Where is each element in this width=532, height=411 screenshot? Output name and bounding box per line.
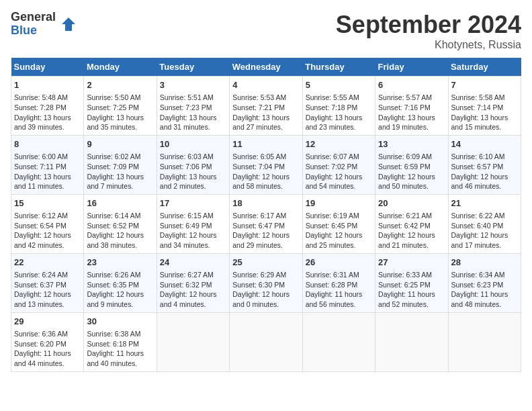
sunset-text: Sunset: 6:37 PM: [14, 281, 66, 289]
day-number: 30: [87, 316, 153, 328]
day-number: 8: [14, 138, 81, 150]
sunrise-text: Sunrise: 6:02 AM: [87, 152, 140, 161]
day-number: 7: [451, 79, 518, 91]
day-number: 25: [232, 257, 299, 269]
calendar-cell: 29Sunrise: 6:36 AMSunset: 6:20 PMDayligh…: [11, 312, 84, 371]
sunset-text: Sunset: 7:11 PM: [14, 163, 66, 171]
sunrise-text: Sunrise: 5:48 AM: [14, 93, 68, 101]
calendar-cell: 7Sunrise: 5:58 AMSunset: 7:14 PMDaylight…: [448, 77, 521, 136]
day-number: 4: [232, 79, 299, 91]
calendar-cell: 25Sunrise: 6:29 AMSunset: 6:30 PMDayligh…: [230, 253, 302, 312]
calendar-cell: 4Sunrise: 5:53 AMSunset: 7:21 PMDaylight…: [230, 77, 302, 136]
calendar-cell: [375, 312, 448, 371]
days-row: SundayMondayTuesdayWednesdayThursdayFrid…: [11, 58, 521, 77]
calendar-cell: 12Sunrise: 6:07 AMSunset: 7:02 PMDayligh…: [302, 135, 375, 194]
calendar-cell: 9Sunrise: 6:02 AMSunset: 7:09 PMDaylight…: [84, 135, 157, 194]
calendar-cell: 22Sunrise: 6:24 AMSunset: 6:37 PMDayligh…: [11, 253, 84, 312]
day-number: 24: [160, 257, 226, 269]
calendar-body: 1Sunrise: 5:48 AMSunset: 7:28 PMDaylight…: [11, 77, 521, 372]
calendar-cell: 19Sunrise: 6:19 AMSunset: 6:45 PMDayligh…: [302, 194, 375, 253]
day-number: 20: [378, 197, 445, 210]
sunset-text: Sunset: 7:04 PM: [232, 163, 285, 171]
daylight-text: Daylight: 12 hours and 38 minutes.: [87, 231, 144, 249]
calendar-cell: 27Sunrise: 6:33 AMSunset: 6:25 PMDayligh…: [375, 253, 448, 312]
sunrise-text: Sunrise: 6:03 AM: [160, 152, 214, 161]
calendar-cell: 15Sunrise: 6:12 AMSunset: 6:54 PMDayligh…: [11, 194, 84, 253]
sunrise-text: Sunrise: 5:57 AM: [378, 93, 432, 101]
sunrise-text: Sunrise: 6:27 AM: [160, 271, 214, 279]
daylight-text: Daylight: 12 hours and 50 minutes.: [378, 173, 435, 191]
day-number: 15: [14, 197, 81, 210]
daylight-text: Daylight: 13 hours and 19 minutes.: [378, 113, 435, 132]
sunrise-text: Sunrise: 6:00 AM: [14, 152, 68, 161]
calendar-cell: 20Sunrise: 6:21 AMSunset: 6:42 PMDayligh…: [375, 194, 448, 253]
sunrise-text: Sunrise: 6:19 AM: [306, 212, 359, 220]
sunset-text: Sunset: 6:23 PM: [451, 281, 504, 289]
calendar-cell: 30Sunrise: 6:38 AMSunset: 6:18 PMDayligh…: [84, 312, 157, 371]
daylight-text: Daylight: 12 hours and 4 minutes.: [160, 290, 217, 308]
calendar-cell: 26Sunrise: 6:31 AMSunset: 6:28 PMDayligh…: [302, 253, 375, 312]
daylight-text: Daylight: 11 hours and 40 minutes.: [87, 349, 144, 367]
sunset-text: Sunset: 7:18 PM: [306, 103, 358, 111]
calendar-week-3: 22Sunrise: 6:24 AMSunset: 6:37 PMDayligh…: [11, 253, 521, 312]
sunset-text: Sunset: 6:25 PM: [378, 281, 431, 289]
sunset-text: Sunset: 7:14 PM: [451, 103, 504, 111]
day-header-friday: Friday: [375, 58, 448, 77]
day-number: 19: [306, 197, 372, 210]
calendar-cell: [230, 312, 302, 371]
day-number: 23: [87, 257, 153, 269]
day-number: 27: [378, 257, 445, 269]
daylight-text: Daylight: 12 hours and 46 minutes.: [451, 173, 508, 191]
day-number: 14: [451, 138, 518, 150]
sunrise-text: Sunrise: 5:58 AM: [451, 93, 505, 101]
location: Khotynets, Russia: [336, 39, 521, 51]
calendar-cell: 8Sunrise: 6:00 AMSunset: 7:11 PMDaylight…: [11, 135, 84, 194]
daylight-text: Daylight: 12 hours and 42 minutes.: [14, 231, 71, 249]
sunrise-text: Sunrise: 6:14 AM: [87, 212, 140, 220]
sunset-text: Sunset: 6:18 PM: [87, 340, 139, 348]
calendar-cell: [448, 312, 521, 371]
daylight-text: Daylight: 13 hours and 31 minutes.: [160, 113, 217, 132]
daylight-text: Daylight: 12 hours and 54 minutes.: [306, 173, 363, 191]
day-number: 9: [87, 138, 153, 150]
sunrise-text: Sunrise: 6:12 AM: [14, 212, 68, 220]
daylight-text: Daylight: 11 hours and 48 minutes.: [451, 290, 508, 308]
daylight-text: Daylight: 13 hours and 11 minutes.: [14, 173, 71, 191]
sunrise-text: Sunrise: 6:33 AM: [378, 271, 432, 279]
day-number: 18: [232, 197, 299, 210]
calendar-week-4: 29Sunrise: 6:36 AMSunset: 6:20 PMDayligh…: [11, 312, 521, 371]
day-header-tuesday: Tuesday: [157, 58, 229, 77]
logo: General Blue: [11, 11, 79, 38]
daylight-text: Daylight: 12 hours and 29 minutes.: [232, 231, 290, 249]
calendar-cell: 17Sunrise: 6:15 AMSunset: 6:49 PMDayligh…: [157, 194, 229, 253]
sunrise-text: Sunrise: 6:22 AM: [451, 212, 505, 220]
sunrise-text: Sunrise: 6:15 AM: [160, 212, 214, 220]
daylight-text: Daylight: 12 hours and 34 minutes.: [160, 231, 217, 249]
calendar-cell: [157, 312, 229, 371]
sunrise-text: Sunrise: 6:05 AM: [232, 152, 286, 161]
sunset-text: Sunset: 6:52 PM: [87, 222, 139, 230]
daylight-text: Daylight: 12 hours and 13 minutes.: [14, 290, 71, 308]
calendar-cell: 21Sunrise: 6:22 AMSunset: 6:40 PMDayligh…: [448, 194, 521, 253]
calendar-cell: 28Sunrise: 6:34 AMSunset: 6:23 PMDayligh…: [448, 253, 521, 312]
day-number: 12: [306, 138, 372, 150]
day-header-saturday: Saturday: [448, 58, 521, 77]
sunrise-text: Sunrise: 6:26 AM: [87, 271, 140, 279]
daylight-text: Daylight: 13 hours and 2 minutes.: [160, 173, 217, 191]
calendar-cell: 6Sunrise: 5:57 AMSunset: 7:16 PMDaylight…: [375, 77, 448, 136]
sunrise-text: Sunrise: 6:24 AM: [14, 271, 68, 279]
day-number: 21: [451, 197, 518, 210]
page-header: General Blue September 2024 Khotynets, R…: [11, 11, 521, 51]
sunrise-text: Sunrise: 6:07 AM: [306, 152, 359, 161]
logo-blue: Blue: [11, 24, 56, 38]
daylight-text: Daylight: 12 hours and 21 minutes.: [378, 231, 435, 249]
sunrise-text: Sunrise: 6:17 AM: [232, 212, 286, 220]
day-number: 29: [14, 316, 81, 328]
calendar-cell: 10Sunrise: 6:03 AMSunset: 7:06 PMDayligh…: [157, 135, 229, 194]
day-number: 22: [14, 257, 81, 269]
day-number: 11: [232, 138, 299, 150]
sunset-text: Sunset: 7:21 PM: [232, 103, 285, 111]
calendar-week-2: 15Sunrise: 6:12 AMSunset: 6:54 PMDayligh…: [11, 194, 521, 253]
logo-icon: [58, 14, 79, 34]
sunrise-text: Sunrise: 6:10 AM: [451, 152, 505, 161]
